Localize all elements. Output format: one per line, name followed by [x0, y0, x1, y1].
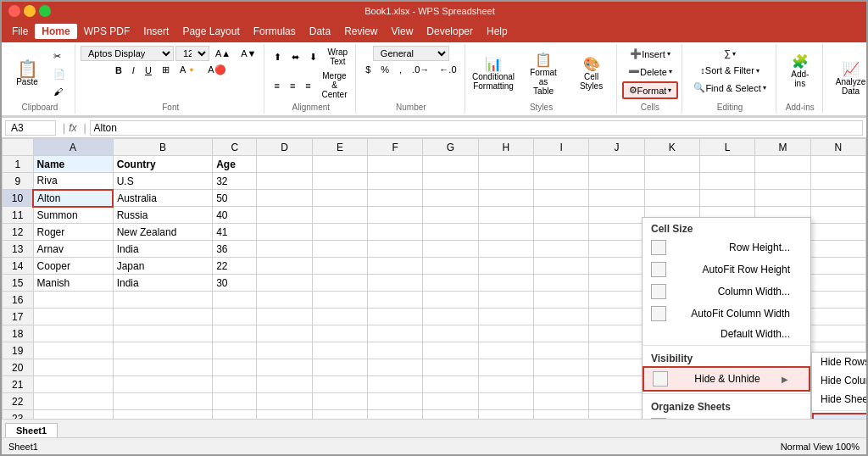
cell-D10[interactable]: [257, 190, 312, 207]
cell-F1[interactable]: [368, 156, 423, 173]
cell-A15[interactable]: Manish: [33, 275, 113, 292]
col-header-C[interactable]: C: [213, 139, 257, 156]
cell-J14[interactable]: [589, 258, 644, 275]
cell-E12[interactable]: [312, 224, 367, 241]
cell-E14[interactable]: [312, 258, 367, 275]
increase-font-btn[interactable]: A▲: [211, 47, 235, 60]
cell-D9[interactable]: [257, 173, 312, 190]
cell-I12[interactable]: [534, 224, 589, 241]
cell-A10-active[interactable]: Alton: [33, 190, 113, 207]
cell-F12[interactable]: [368, 224, 423, 241]
row-num-17[interactable]: 17: [3, 309, 34, 325]
font-size-select[interactable]: 12: [175, 46, 209, 61]
cell-H12[interactable]: [478, 224, 533, 241]
decrease-font-btn[interactable]: A▼: [236, 47, 260, 60]
cell-M10[interactable]: [755, 190, 810, 207]
cell-B14[interactable]: Japan: [113, 258, 213, 275]
cell-K9[interactable]: [644, 173, 699, 190]
cell-K1[interactable]: [644, 156, 699, 173]
menu-developer[interactable]: Developer: [420, 24, 480, 39]
find-select-btn[interactable]: 🔍 Find & Select ▾: [687, 80, 771, 96]
cell-E1[interactable]: [312, 156, 367, 173]
cell-G9[interactable]: [423, 173, 478, 190]
percent-btn[interactable]: %: [376, 63, 393, 76]
cell-D11[interactable]: [257, 207, 312, 224]
col-header-J[interactable]: J: [589, 139, 644, 156]
align-right-btn[interactable]: ≡: [301, 70, 314, 101]
col-header-A[interactable]: A: [33, 139, 113, 156]
cell-B15[interactable]: India: [113, 275, 213, 292]
cell-M9[interactable]: [755, 173, 810, 190]
fill-color-btn[interactable]: A🔸: [175, 63, 202, 77]
col-header-I[interactable]: I: [534, 139, 589, 156]
hide-sheet-item[interactable]: Hide Sheet: [812, 390, 866, 409]
cell-K10[interactable]: [644, 190, 699, 207]
row-num-14[interactable]: 14: [3, 258, 34, 275]
cell-J10[interactable]: [589, 190, 644, 207]
cell-G11[interactable]: [423, 207, 478, 224]
cell-B10[interactable]: Australia: [113, 190, 213, 207]
cell-A13[interactable]: Arnav: [33, 241, 113, 258]
cell-I14[interactable]: [534, 258, 589, 275]
col-header-G[interactable]: G: [423, 139, 478, 156]
sort-filter-btn[interactable]: ↕ Sort & Filter ▾: [694, 63, 765, 78]
close-btn[interactable]: [8, 5, 20, 17]
cell-A9[interactable]: Riva: [33, 173, 113, 190]
cell-D1[interactable]: [257, 156, 312, 173]
cell-E11[interactable]: [312, 207, 367, 224]
cell-I1[interactable]: [534, 156, 589, 173]
minimize-btn[interactable]: [24, 5, 36, 17]
cell-N9[interactable]: [810, 173, 865, 190]
cell-N13[interactable]: [810, 241, 865, 258]
cell-L10[interactable]: [699, 190, 754, 207]
cell-N10[interactable]: [810, 190, 865, 207]
col-header-K[interactable]: K: [644, 139, 699, 156]
cell-M1[interactable]: [755, 156, 810, 173]
cell-G15[interactable]: [423, 275, 478, 292]
cell-A1[interactable]: Name: [33, 156, 113, 173]
cell-C15[interactable]: 30: [213, 275, 257, 292]
cell-E10[interactable]: [312, 190, 367, 207]
rename-sheet-item[interactable]: Rename Sheet: [643, 414, 810, 419]
row-num-16[interactable]: 16: [3, 292, 34, 309]
cell-G10[interactable]: [423, 190, 478, 207]
underline-button[interactable]: U: [141, 64, 156, 77]
row-num-10[interactable]: 10: [3, 190, 34, 207]
unhide-rows-item[interactable]: Unhide Rows ↗: [812, 413, 866, 419]
cell-I15[interactable]: [534, 275, 589, 292]
cell-I10[interactable]: [534, 190, 589, 207]
format-painter-button[interactable]: 🖌: [47, 84, 71, 99]
cell-H15[interactable]: [478, 275, 533, 292]
cell-A11[interactable]: Summon: [33, 207, 113, 224]
cut-button[interactable]: ✂: [47, 48, 71, 64]
col-header-D[interactable]: D: [257, 139, 312, 156]
cell-N12[interactable]: [810, 224, 865, 241]
cell-D12[interactable]: [257, 224, 312, 241]
row-num-23[interactable]: 23: [3, 410, 34, 420]
row-num-1[interactable]: 1: [3, 156, 34, 173]
decrease-decimal-btn[interactable]: ←.0: [435, 63, 460, 76]
row-num-20[interactable]: 20: [3, 359, 34, 376]
col-header-F[interactable]: F: [368, 139, 423, 156]
align-left-btn[interactable]: ≡: [270, 70, 283, 101]
delete-cells-btn[interactable]: ➖ Delete ▾: [622, 64, 678, 80]
cell-B12[interactable]: New Zealand: [113, 224, 213, 241]
merge-center-btn[interactable]: Merge & Center: [317, 70, 352, 101]
italic-button[interactable]: I: [128, 64, 139, 77]
sum-btn[interactable]: ∑ ▾: [718, 46, 742, 61]
align-top-btn[interactable]: ⬆: [270, 46, 286, 68]
menu-wps-pdf[interactable]: WPS PDF: [77, 24, 137, 39]
cell-J11[interactable]: [589, 207, 644, 224]
cell-C14[interactable]: 22: [213, 258, 257, 275]
cell-F14[interactable]: [368, 258, 423, 275]
paste-button[interactable]: 📋 Paste: [8, 49, 46, 98]
row-num-18[interactable]: 18: [3, 325, 34, 342]
row-num-13[interactable]: 13: [3, 241, 34, 258]
cell-G1[interactable]: [423, 156, 478, 173]
hide-columns-item[interactable]: Hide Columns: [812, 371, 866, 390]
maximize-btn[interactable]: [39, 5, 51, 17]
cell-A12[interactable]: Roger: [33, 224, 113, 241]
font-color-btn[interactable]: A🔴: [203, 63, 230, 77]
row-num-22[interactable]: 22: [3, 393, 34, 410]
cell-E13[interactable]: [312, 241, 367, 258]
